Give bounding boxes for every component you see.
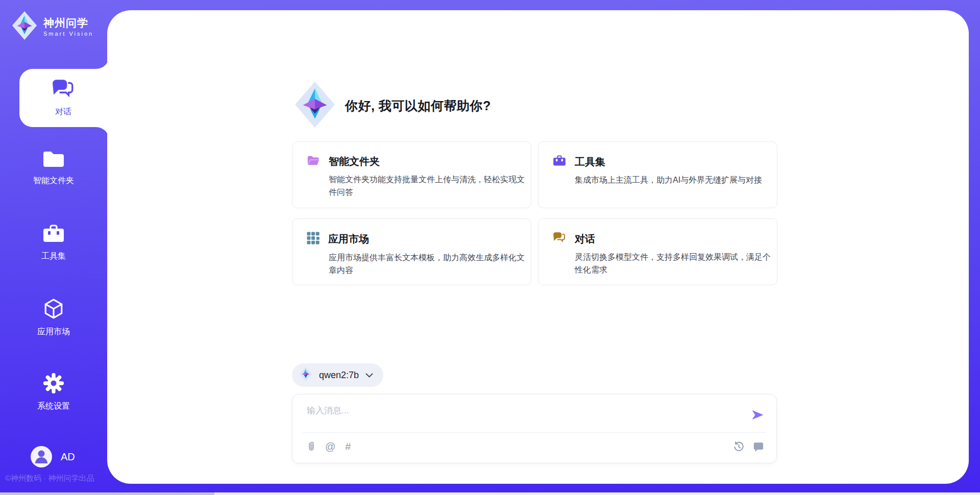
sidebar-item-smart-folder[interactable]: 智能文件夹	[0, 149, 107, 186]
hash-icon[interactable]: #	[345, 441, 351, 452]
card-smart-folder[interactable]: 智能文件夹 智能文件夹功能支持批量文件上传与清洗，轻松实现文件问答	[292, 141, 531, 208]
history-icon[interactable]	[733, 441, 745, 453]
gear-icon	[43, 373, 64, 396]
card-app-market[interactable]: 应用市场 应用市场提供丰富长文本模板，助力高效生成多样化文章内容	[292, 218, 531, 285]
composer-divider	[303, 432, 766, 433]
card-chat[interactable]: 对话 灵活切换多模型文件，支持多样回复效果调试，满足个性化需求	[538, 218, 777, 285]
welcome-header: 你好, 我可以如何帮助你?	[295, 82, 491, 130]
card-toolset[interactable]: 工具集 集成市场上主流工具，助力AI与外界无缝扩展与对接	[538, 141, 777, 208]
card-title: 智能文件夹	[329, 155, 380, 168]
horizontal-scrollbar[interactable]	[0, 492, 980, 495]
sidebar-item-label: 对话	[55, 107, 71, 117]
brand: 神州问学 Smart Vision	[11, 11, 93, 42]
toolbox-icon	[42, 224, 65, 246]
greeting-title: 你好, 我可以如何帮助你?	[345, 97, 491, 114]
message-icon[interactable]	[753, 441, 764, 452]
sidebar-item-label: 应用市场	[37, 327, 70, 337]
sidebar-item-label: 智能文件夹	[33, 176, 74, 186]
card-description: 集成市场上主流工具，助力AI与外界无缝扩展与对接	[575, 174, 776, 187]
card-title: 应用市场	[328, 232, 369, 246]
open-folder-icon	[307, 155, 320, 168]
card-description: 灵活切换多模型文件，支持多样回复效果调试，满足个性化需求	[575, 251, 776, 277]
folder-icon	[42, 149, 65, 170]
user-profile[interactable]: AD	[31, 446, 75, 467]
message-composer: @ #	[292, 394, 777, 463]
sidebar-item-app-market[interactable]: 应用市场	[0, 298, 107, 337]
card-title: 对话	[575, 232, 595, 246]
diamond-gem-icon	[11, 11, 38, 42]
sidebar-item-settings[interactable]: 系统设置	[0, 373, 107, 412]
message-input[interactable]	[307, 405, 741, 431]
composer-toolbar: @ #	[307, 438, 764, 455]
scrollbar-thumb[interactable]	[0, 492, 214, 495]
diamond-gem-icon	[299, 367, 312, 383]
chat-bubbles-icon	[52, 79, 75, 102]
send-icon[interactable]	[751, 409, 764, 421]
brand-subtitle: Smart Vision	[43, 31, 93, 37]
diamond-gem-icon	[295, 82, 335, 130]
feature-cards: 智能文件夹 智能文件夹功能支持批量文件上传与清洗，轻松实现文件问答 工具集 集成…	[292, 141, 777, 285]
card-title: 工具集	[575, 155, 605, 169]
user-initials: AD	[61, 451, 75, 463]
paperclip-icon[interactable]	[307, 440, 315, 453]
model-name: qwen2:7b	[319, 370, 359, 381]
model-selector[interactable]: qwen2:7b	[292, 363, 383, 387]
sidebar-item-label: 系统设置	[37, 401, 70, 412]
card-description: 智能文件夹功能支持批量文件上传与清洗，轻松实现文件问答	[329, 174, 530, 199]
chevron-down-icon	[365, 370, 373, 380]
copyright-text: ©神州数码 · 神州问学出品	[5, 474, 94, 483]
chat-bubbles-icon	[553, 232, 566, 246]
briefcase-icon	[553, 155, 566, 169]
avatar	[31, 446, 52, 467]
brand-name: 神州问学	[43, 16, 93, 29]
sidebar-item-chat[interactable]: 对话	[19, 69, 107, 127]
at-icon[interactable]: @	[325, 441, 335, 452]
cube-icon	[43, 298, 64, 321]
app-grid-icon	[307, 232, 320, 246]
card-description: 应用市场提供丰富长文本模板，助力高效生成多样化文章内容	[329, 252, 530, 277]
sidebar-item-toolset[interactable]: 工具集	[0, 224, 107, 262]
sidebar-item-label: 工具集	[41, 251, 66, 262]
person-icon	[31, 446, 52, 467]
